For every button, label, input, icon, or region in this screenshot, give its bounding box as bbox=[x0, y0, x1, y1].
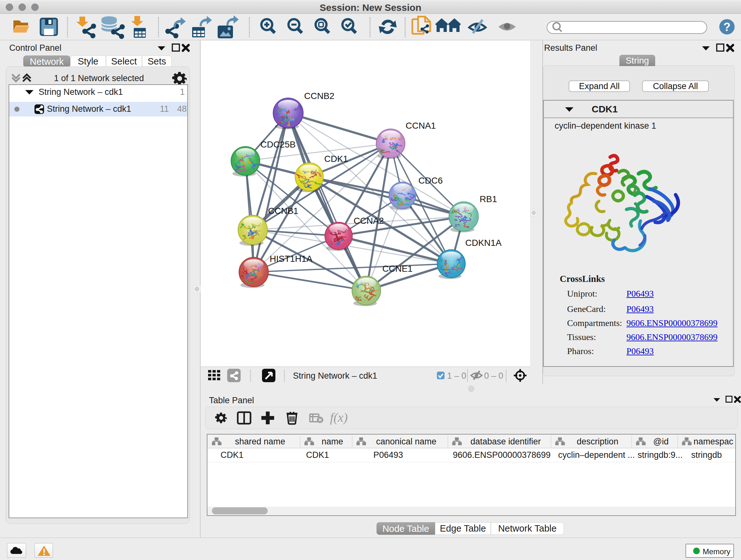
svg-text:CCNB1: CCNB1 bbox=[268, 206, 298, 216]
svg-text:CCNA2: CCNA2 bbox=[354, 216, 384, 226]
svg-text:CDK1: CDK1 bbox=[324, 154, 348, 164]
svg-text:HIST1H1A: HIST1H1A bbox=[270, 254, 313, 264]
svg-text:CCNE1: CCNE1 bbox=[382, 264, 413, 273]
svg-text:CDC6: CDC6 bbox=[418, 176, 443, 186]
svg-text:CCNA1: CCNA1 bbox=[406, 121, 436, 131]
svg-text:?: ? bbox=[724, 20, 731, 34]
svg-text:CDKN1A: CDKN1A bbox=[465, 238, 502, 248]
svg-text:CCNB2: CCNB2 bbox=[304, 91, 334, 101]
svg-text:CDC25B: CDC25B bbox=[260, 139, 295, 149]
svg-text:RB1: RB1 bbox=[480, 194, 497, 204]
